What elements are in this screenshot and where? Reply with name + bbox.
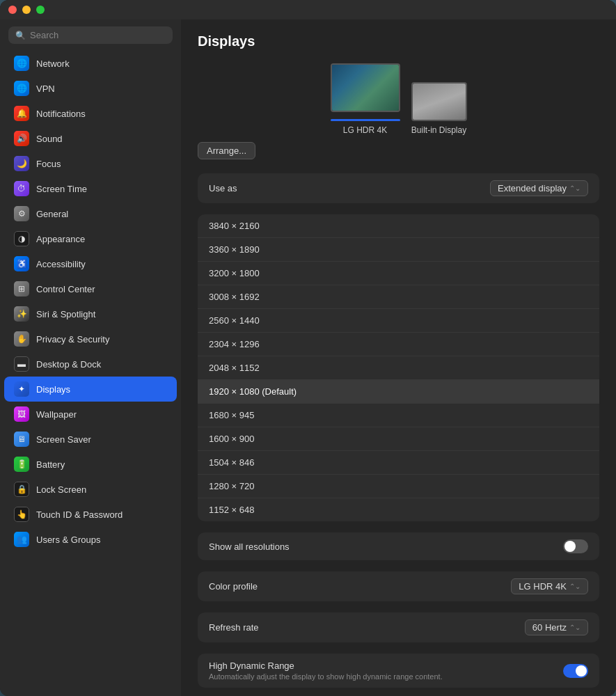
color-profile-label: Color profile: [209, 581, 258, 592]
sidebar-item-usersgroups[interactable]: 👥Users & Groups: [4, 527, 177, 552]
hdr-row: High Dynamic Range Automatically adjust …: [198, 654, 599, 688]
color-profile-dropdown[interactable]: LG HDR 4K ⌃⌄: [511, 578, 588, 594]
sidebar-item-screentime[interactable]: ⏱Screen Time: [4, 176, 177, 201]
sidebar-item-displays[interactable]: ✦Displays: [4, 377, 177, 402]
titlebar: [0, 0, 616, 19]
refresh-rate-dropdown[interactable]: 60 Hertz ⌃⌄: [525, 619, 588, 635]
hdr-label: High Dynamic Range: [209, 661, 443, 671]
screentime-icon: ⏱: [14, 181, 29, 196]
refresh-rate-dropdown-label: 60 Hertz: [532, 622, 567, 633]
display-label-lg: LG HDR 4K: [343, 125, 387, 135]
search-input[interactable]: [30, 30, 166, 40]
show-all-resolutions-toggle[interactable]: [563, 539, 588, 553]
sidebar-label-sound: Sound: [36, 134, 63, 144]
sidebar-item-notifications[interactable]: 🔔Notifications: [4, 101, 177, 126]
use-as-dropdown-label: Extended display: [498, 183, 567, 193]
sidebar-item-desktop[interactable]: ▬Desktop & Dock: [4, 351, 177, 377]
sidebar-label-wallpaper: Wallpaper: [36, 409, 77, 420]
sidebar-label-siri: Siri & Spotlight: [36, 309, 95, 319]
sidebar-item-wallpaper[interactable]: 🖼Wallpaper: [4, 402, 177, 427]
display-thumbnails: LG HDR 4K Built-in Display: [198, 63, 599, 135]
color-profile-value: LG HDR 4K ⌃⌄: [511, 578, 588, 594]
display-thumb-secondary: [411, 82, 467, 121]
close-button[interactable]: [8, 6, 17, 14]
search-container: 🔍: [0, 19, 181, 51]
resolution-item[interactable]: 2560 × 1440: [198, 309, 599, 333]
sidebar-label-usersgroups: Users & Groups: [36, 535, 100, 545]
main-content: 🔍 🌐Network🌐VPN🔔Notifications🔊Sound🌙Focus…: [0, 19, 616, 696]
sidebar-label-accessibility: Accessibility: [36, 259, 86, 269]
use-as-value: Extended display ⌃⌄: [490, 180, 588, 196]
hdr-labels: High Dynamic Range Automatically adjust …: [209, 661, 443, 681]
notifications-icon: 🔔: [14, 106, 29, 121]
resolution-item[interactable]: 1680 × 945: [198, 404, 599, 427]
sidebar-item-appearance[interactable]: ◑Appearance: [4, 226, 177, 251]
resolution-item[interactable]: 1152 × 648: [198, 498, 599, 521]
resolution-item[interactable]: 1504 × 846: [198, 451, 599, 475]
hdr-toggle[interactable]: [563, 664, 588, 678]
resolution-item[interactable]: 2304 × 1296: [198, 333, 599, 356]
resolution-item[interactable]: 3360 × 1890: [198, 238, 599, 262]
sidebar-item-screensaver[interactable]: 🖥Screen Saver: [4, 427, 177, 452]
sound-icon: 🔊: [14, 131, 29, 146]
display-thumb-builtin[interactable]: Built-in Display: [411, 82, 467, 135]
toggle-knob-hdr: [576, 665, 587, 677]
displays-icon: ✦: [14, 381, 29, 397]
resolution-item[interactable]: 3840 × 2160: [198, 214, 599, 238]
sidebar-item-touchid[interactable]: 👆Touch ID & Password: [4, 502, 177, 527]
sidebar-item-general[interactable]: ⚙General: [4, 201, 177, 226]
hdr-sublabel: Automatically adjust the display to show…: [209, 672, 443, 681]
focus-icon: 🌙: [14, 156, 29, 171]
selected-indicator: [331, 119, 400, 121]
sidebar-item-sound[interactable]: 🔊Sound: [4, 126, 177, 151]
sidebar-item-focus[interactable]: 🌙Focus: [4, 151, 177, 176]
sidebar-label-controlcenter: Control Center: [36, 284, 95, 294]
sidebar-item-siri[interactable]: ✨Siri & Spotlight: [4, 301, 177, 326]
sidebar-label-general: General: [36, 209, 68, 219]
screensaver-icon: 🖥: [14, 432, 29, 447]
resolution-item[interactable]: 2048 × 1152: [198, 356, 599, 380]
display-thumb-lg[interactable]: LG HDR 4K: [331, 63, 400, 135]
battery-icon: 🔋: [14, 457, 29, 472]
sidebar-item-accessibility[interactable]: ♿Accessibility: [4, 251, 177, 276]
show-all-resolutions-row: Show all resolutions: [198, 532, 599, 560]
use-as-dropdown[interactable]: Extended display ⌃⌄: [490, 180, 588, 196]
sidebar-label-screentime: Screen Time: [36, 184, 87, 194]
resolution-item[interactable]: 3008 × 1692: [198, 285, 599, 309]
sidebar-item-lockscreen[interactable]: 🔒Lock Screen: [4, 477, 177, 502]
maximize-button[interactable]: [36, 6, 45, 14]
sidebar-item-network[interactable]: 🌐Network: [4, 51, 177, 76]
arrange-button[interactable]: Arrange...: [198, 142, 255, 159]
accessibility-icon: ♿: [14, 256, 29, 271]
resolution-item[interactable]: 1600 × 900: [198, 427, 599, 451]
refresh-rate-row: Refresh rate 60 Hertz ⌃⌄: [198, 612, 599, 642]
desktop-icon: ▬: [14, 356, 29, 372]
sidebar-item-controlcenter[interactable]: ⊞Control Center: [4, 276, 177, 301]
sidebar-item-battery[interactable]: 🔋Battery: [4, 452, 177, 477]
sidebar-items: 🌐Network🌐VPN🔔Notifications🔊Sound🌙Focus⏱S…: [0, 51, 181, 552]
touchid-icon: 👆: [14, 507, 29, 522]
resolution-item[interactable]: 1280 × 720: [198, 475, 599, 498]
sidebar-label-vpn: VPN: [36, 84, 55, 94]
resolution-item[interactable]: 1920 × 1080 (Default): [198, 380, 599, 404]
sidebar-label-privacy: Privacy & Security: [36, 334, 109, 345]
controlcenter-icon: ⊞: [14, 281, 29, 296]
sidebar-label-battery: Battery: [36, 459, 65, 470]
refresh-rate-card: Refresh rate 60 Hertz ⌃⌄: [198, 612, 599, 642]
usersgroups-icon: 👥: [14, 532, 29, 547]
sidebar-item-vpn[interactable]: 🌐VPN: [4, 76, 177, 101]
refresh-rate-value: 60 Hertz ⌃⌄: [525, 619, 588, 635]
sidebar-label-focus: Focus: [36, 159, 61, 169]
chevron-icon-2: ⌃⌄: [569, 583, 581, 590]
resolution-list: 3840 × 21603360 × 18903200 × 18003008 × …: [198, 214, 599, 521]
resolution-item[interactable]: 3200 × 1800: [198, 262, 599, 285]
sidebar-label-notifications: Notifications: [36, 109, 86, 119]
sidebar-item-privacy[interactable]: ✋Privacy & Security: [4, 326, 177, 351]
page-title: Displays: [198, 33, 599, 49]
display-thumb-image: [332, 65, 399, 111]
display-thumb-image-2: [413, 84, 466, 120]
chevron-icon: ⌃⌄: [569, 184, 581, 192]
sidebar-label-displays: Displays: [36, 384, 70, 395]
general-icon: ⚙: [14, 206, 29, 221]
minimize-button[interactable]: [22, 6, 31, 14]
